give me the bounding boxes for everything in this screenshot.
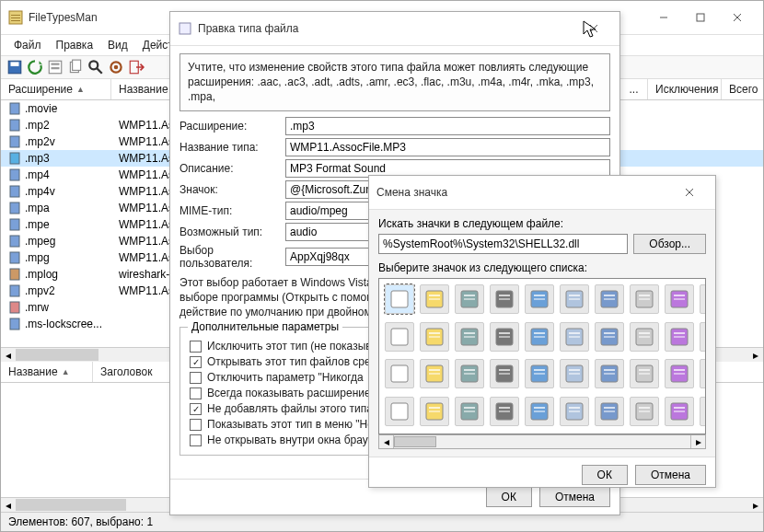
col-extension[interactable]: Расширение▲: [1, 79, 111, 99]
icon-choice[interactable]: [490, 284, 519, 314]
scroll-left-icon[interactable]: ◂: [379, 435, 394, 448]
col-ellipsis[interactable]: ...: [620, 79, 648, 99]
icon-ok-button[interactable]: ОК: [582, 465, 628, 485]
icon-choice[interactable]: [455, 397, 484, 426]
svg-rect-104: [429, 369, 440, 371]
icon-browse-button[interactable]: Обзор...: [633, 234, 706, 254]
file-type-icon: [8, 119, 21, 132]
icon-choice[interactable]: [385, 397, 414, 426]
icon-close-button[interactable]: [671, 181, 708, 203]
icon-choice[interactable]: [385, 284, 414, 314]
svg-point-16: [89, 61, 98, 69]
icon-choice[interactable]: [700, 322, 706, 352]
svg-rect-75: [429, 336, 440, 338]
icon-choice[interactable]: [630, 359, 659, 388]
ext-text: .movie: [25, 102, 57, 115]
menu-view[interactable]: Вид: [100, 35, 135, 55]
icon-choice[interactable]: [560, 359, 589, 388]
scroll-left-icon[interactable]: ◂: [1, 348, 16, 362]
toolbar-exit-icon[interactable]: [128, 59, 145, 75]
icon-choice[interactable]: [525, 397, 554, 426]
lower-col-name[interactable]: Название▲: [1, 362, 93, 382]
main-max-button[interactable]: [682, 6, 719, 29]
icon-choice[interactable]: [420, 284, 449, 314]
svg-rect-114: [534, 373, 545, 375]
scroll-thumb[interactable]: [16, 349, 98, 361]
checkbox-icon[interactable]: [190, 434, 202, 446]
scroll-right-icon[interactable]: ▸: [690, 435, 705, 448]
svg-rect-92: [639, 332, 650, 334]
icon-choice[interactable]: [525, 284, 554, 314]
scroll-thumb[interactable]: [16, 499, 126, 511]
toolbar-save-icon[interactable]: [6, 59, 23, 75]
svg-rect-62: [639, 295, 650, 296]
icon-choice[interactable]: [560, 397, 589, 426]
scroll-left-icon[interactable]: ◂: [1, 498, 16, 512]
icon-choice[interactable]: [455, 322, 484, 352]
icon-choice[interactable]: [525, 359, 554, 388]
edit-titlebar: Правка типа файла: [170, 12, 619, 46]
icon-choice[interactable]: [595, 322, 624, 352]
icon-hscroll[interactable]: ◂ ▸: [378, 434, 706, 449]
scroll-right-icon[interactable]: ▸: [748, 498, 763, 512]
icon-cancel-button[interactable]: Отмена: [635, 465, 706, 485]
svg-rect-144: [534, 411, 545, 412]
toolbar-settings-icon[interactable]: [108, 59, 124, 75]
icon-choice[interactable]: [665, 359, 694, 388]
icon-choice[interactable]: [560, 322, 589, 352]
svg-rect-51: [499, 298, 510, 300]
col-exclusions[interactable]: Исключения: [648, 79, 722, 99]
edit-close-button[interactable]: [575, 17, 612, 40]
checkbox-icon[interactable]: [190, 387, 202, 399]
main-close-button[interactable]: [719, 6, 756, 29]
ext-text: .mp4v: [25, 185, 55, 198]
icon-choice[interactable]: [385, 359, 414, 388]
icon-grid[interactable]: [378, 278, 706, 434]
icon-choice[interactable]: [700, 397, 706, 426]
checkbox-icon[interactable]: [190, 419, 202, 431]
icon-choice[interactable]: [490, 397, 519, 426]
icon-choice[interactable]: [595, 359, 624, 388]
icon-choice[interactable]: [700, 359, 706, 388]
checkbox-icon[interactable]: ✓: [190, 356, 202, 368]
svg-rect-116: [569, 369, 580, 371]
svg-rect-149: [604, 407, 615, 409]
toolbar-find-icon[interactable]: [87, 59, 104, 75]
icon-choice[interactable]: [455, 284, 484, 314]
input-type[interactable]: [285, 138, 610, 156]
icon-choice[interactable]: [595, 284, 624, 314]
icon-choice[interactable]: [420, 359, 449, 388]
icon-choice[interactable]: [560, 284, 589, 314]
scroll-thumb[interactable]: [394, 436, 436, 447]
icon-choice[interactable]: [490, 322, 519, 352]
menu-file[interactable]: Файл: [6, 35, 49, 55]
main-min-button[interactable]: [645, 6, 682, 29]
icon-choice[interactable]: [455, 359, 484, 388]
ext-text: .mpeg: [25, 235, 55, 248]
col-total[interactable]: Всего: [722, 79, 763, 99]
toolbar-props-icon[interactable]: [47, 59, 64, 75]
checkbox-icon[interactable]: ✓: [190, 403, 202, 415]
icon-choice[interactable]: [525, 322, 554, 352]
icon-choice[interactable]: [420, 397, 449, 426]
scroll-right-icon[interactable]: ▸: [748, 348, 763, 362]
toolbar-refresh-icon[interactable]: [27, 59, 43, 75]
icon-choice[interactable]: [630, 284, 659, 314]
icon-choice[interactable]: [700, 284, 706, 314]
icon-choice[interactable]: [420, 322, 449, 352]
icon-choice[interactable]: [665, 397, 694, 426]
icon-choice[interactable]: [490, 359, 519, 388]
toolbar-copy-icon[interactable]: [67, 59, 84, 75]
checkbox-icon[interactable]: [190, 341, 202, 353]
icon-path-input[interactable]: [378, 234, 628, 254]
input-ext[interactable]: [285, 117, 610, 135]
icon-choice[interactable]: [665, 322, 694, 352]
label-mime: MIME-тип:: [179, 204, 285, 217]
checkbox-icon[interactable]: [190, 372, 202, 384]
icon-choice[interactable]: [595, 397, 624, 426]
icon-choice[interactable]: [630, 322, 659, 352]
icon-choice[interactable]: [665, 284, 694, 314]
menu-edit[interactable]: Правка: [49, 35, 101, 55]
icon-choice[interactable]: [385, 322, 414, 352]
icon-choice[interactable]: [630, 397, 659, 426]
